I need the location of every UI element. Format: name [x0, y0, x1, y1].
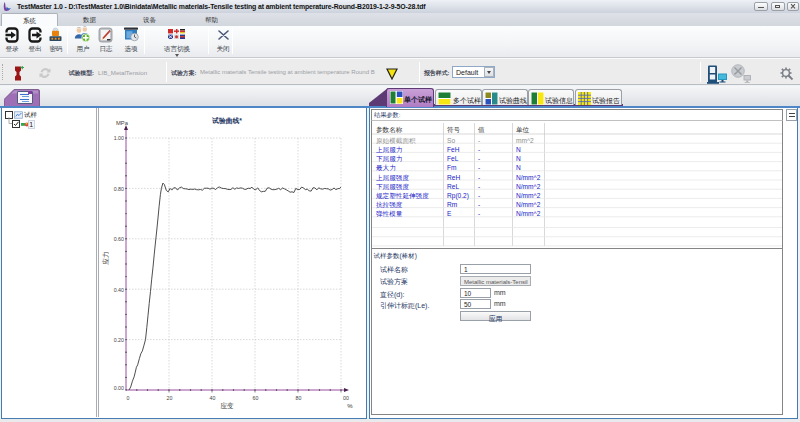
svg-text:0: 0 — [127, 395, 130, 401]
svg-text:符号: 符号 — [447, 126, 461, 133]
svg-text:-: - — [478, 183, 480, 190]
svg-text:值: 值 — [478, 126, 485, 133]
svg-text:N/mm^2: N/mm^2 — [516, 201, 541, 208]
svg-text:-: - — [478, 164, 480, 171]
svg-text:应变: 应变 — [220, 402, 234, 410]
svg-text:ReL: ReL — [447, 183, 459, 190]
svg-text:参数名称: 参数名称 — [376, 126, 403, 134]
svg-text:原始横截面积: 原始横截面积 — [376, 137, 416, 145]
svg-text:-: - — [478, 192, 480, 199]
svg-text:N: N — [516, 146, 521, 153]
svg-text:ReH: ReH — [447, 174, 460, 181]
svg-text:So: So — [447, 137, 455, 144]
svg-text:Rp(0.2): Rp(0.2) — [447, 192, 469, 200]
svg-text:%: % — [347, 403, 353, 409]
svg-text:应力: 应力 — [102, 251, 109, 265]
svg-text:0.00: 0.00 — [114, 385, 124, 391]
svg-text:0.80: 0.80 — [114, 186, 124, 192]
svg-text:-: - — [478, 146, 480, 153]
svg-text:20: 20 — [167, 395, 173, 401]
svg-text:单位: 单位 — [516, 126, 530, 133]
svg-text:40: 40 — [210, 395, 216, 401]
svg-text:00: 00 — [343, 395, 349, 401]
svg-text:下屈服力: 下屈服力 — [376, 155, 402, 163]
svg-text:N/mm^2: N/mm^2 — [516, 210, 541, 217]
svg-text:规定塑性延伸强度: 规定塑性延伸强度 — [376, 192, 429, 200]
svg-text:-: - — [478, 155, 480, 162]
svg-text:-: - — [478, 174, 480, 181]
svg-text:上屈服强度: 上屈服强度 — [376, 174, 409, 182]
svg-text:80: 80 — [296, 395, 302, 401]
svg-text:0.40: 0.40 — [114, 287, 124, 293]
svg-text:最大力: 最大力 — [376, 164, 396, 171]
svg-text:N/mm^2: N/mm^2 — [516, 174, 541, 181]
svg-text:上屈服力: 上屈服力 — [376, 146, 402, 154]
svg-text:FeL: FeL — [447, 155, 459, 162]
svg-text:-: - — [478, 210, 480, 217]
svg-text:弹性模量: 弹性模量 — [376, 210, 403, 218]
svg-text:1.00: 1.00 — [114, 135, 124, 141]
svg-text:下屈服强度: 下屈服强度 — [376, 183, 409, 191]
svg-text:N: N — [516, 155, 521, 162]
svg-text:FeH: FeH — [447, 146, 460, 153]
svg-text:试验曲线*: 试验曲线* — [211, 117, 242, 125]
svg-text:Fm: Fm — [447, 164, 457, 171]
svg-text:N/mm^2: N/mm^2 — [516, 192, 541, 199]
svg-text:mm^2: mm^2 — [516, 137, 534, 144]
svg-text:0.20: 0.20 — [114, 337, 124, 343]
svg-text:Rm: Rm — [447, 201, 458, 208]
svg-text:0.60: 0.60 — [114, 236, 124, 242]
svg-text:E: E — [447, 210, 452, 217]
svg-text:N/mm^2: N/mm^2 — [516, 183, 541, 190]
svg-text:抗拉强度: 抗拉强度 — [376, 201, 403, 209]
svg-text:-: - — [478, 201, 480, 208]
svg-text:60: 60 — [253, 395, 259, 401]
svg-text:-: - — [478, 137, 480, 144]
svg-text:N: N — [516, 164, 521, 171]
svg-text:MPa: MPa — [116, 120, 129, 126]
